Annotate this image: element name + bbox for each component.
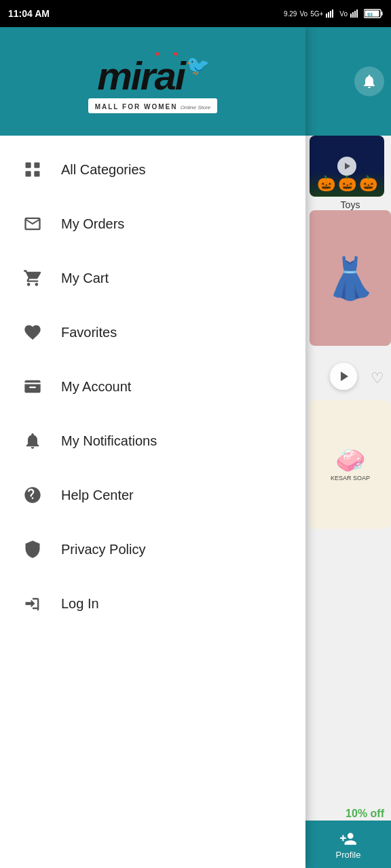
person-add-icon — [339, 830, 357, 848]
status-right: 9.29 Vo 5G+ Vo 93 — [284, 9, 383, 18]
discount-text: 10% off — [346, 808, 384, 820]
svg-rect-3 — [332, 9, 333, 18]
account-icon — [20, 374, 45, 399]
heart-favorite-icon[interactable]: ♡ — [371, 370, 384, 387]
notification-bell-button[interactable] — [354, 66, 384, 96]
svg-rect-9 — [381, 12, 383, 16]
menu-item-my-orders[interactable]: My Orders — [0, 197, 305, 251]
menu-label-favorites: Favorites — [61, 325, 117, 340]
soap-label: KESAR SOAP — [331, 475, 370, 483]
toys-thumbnail: 🎃 🎃 🎃 — [310, 136, 384, 197]
menu-item-help-center[interactable]: Help Center — [0, 468, 305, 522]
bell-outline-icon — [361, 73, 377, 90]
menu-label-log-in: Log In — [61, 596, 99, 612]
logo-wordmark: mirai 🐦 — [97, 56, 208, 96]
profile-nav-label: Profile — [336, 850, 361, 860]
login-icon — [20, 591, 45, 616]
menu-item-my-account[interactable]: My Account — [0, 359, 305, 414]
signal-icon-2 — [350, 9, 361, 18]
logo: ♥ ♥ mirai 🐦 MALL FOR WOMEN Online Store — [88, 50, 218, 113]
play-button-2[interactable] — [330, 363, 357, 390]
drawer-menu: All Categories My Orders My Cart — [0, 136, 305, 868]
status-bar: 11:04 AM 9.29 Vo 5G+ Vo 93 — [0, 0, 391, 27]
svg-text:93: 93 — [367, 12, 373, 17]
right-body: 🎃 🎃 🎃 Toys 👗 ♡ — [305, 136, 391, 868]
menu-label-help-center: Help Center — [61, 488, 134, 503]
svg-rect-13 — [34, 163, 39, 168]
soap-card[interactable]: 🧼 KESAR SOAP — [310, 400, 391, 529]
menu-item-log-in[interactable]: Log In — [0, 576, 305, 631]
svg-rect-15 — [34, 171, 39, 176]
menu-label-privacy-policy: Privacy Policy — [61, 542, 145, 557]
menu-item-privacy-policy[interactable]: Privacy Policy — [0, 522, 305, 576]
logo-subtitle-small: Online Store — [181, 104, 210, 111]
heart-filled-icon — [20, 320, 45, 344]
signal-icon — [326, 9, 337, 18]
menu-item-my-cart[interactable]: My Cart — [0, 251, 305, 305]
grid-icon — [20, 157, 45, 182]
play-button-overlay[interactable] — [337, 157, 356, 176]
menu-item-my-notifications[interactable]: My Notifications — [0, 414, 305, 468]
toys-card[interactable]: 🎃 🎃 🎃 Toys — [310, 136, 391, 210]
svg-rect-5 — [352, 12, 354, 18]
pumpkin-icon: 🎃 — [317, 175, 335, 193]
drawer-header: ♥ ♥ mirai 🐦 MALL FOR WOMEN Online Store — [0, 27, 305, 136]
menu-label-all-categories: All Categories — [61, 162, 146, 178]
play-icon-2 — [337, 370, 350, 382]
menu-item-all-categories[interactable]: All Categories — [0, 142, 305, 197]
bird-icon: 🐦 — [186, 56, 208, 75]
svg-rect-12 — [26, 163, 31, 168]
svg-rect-0 — [326, 14, 327, 18]
help-icon — [20, 483, 45, 507]
status-time: 11:04 AM — [8, 8, 50, 19]
orders-icon — [20, 212, 45, 236]
product-figure-icon: 👗 — [325, 254, 376, 302]
menu-label-my-orders: My Orders — [61, 216, 124, 232]
svg-rect-1 — [328, 12, 329, 18]
soap-icon: 🧼 — [335, 446, 366, 475]
shield-icon — [20, 537, 45, 561]
product-card-dress[interactable]: 👗 — [310, 210, 391, 346]
screen: ♥ ♥ mirai 🐦 MALL FOR WOMEN Online Store — [0, 27, 391, 868]
svg-rect-7 — [356, 9, 358, 18]
svg-rect-4 — [350, 14, 352, 18]
pumpkin-icon-3: 🎃 — [359, 175, 377, 193]
menu-label-my-account: My Account — [61, 379, 131, 395]
logo-subtitle-box: MALL FOR WOMEN Online Store — [88, 98, 218, 113]
bell-icon — [20, 429, 45, 453]
drawer: ♥ ♥ mirai 🐦 MALL FOR WOMEN Online Store — [0, 27, 305, 868]
svg-rect-6 — [354, 11, 356, 18]
pumpkin-icon-2: 🎃 — [338, 175, 356, 193]
cart-icon — [20, 266, 45, 290]
right-content: 🎃 🎃 🎃 Toys 👗 ♡ — [305, 27, 391, 868]
svg-marker-17 — [341, 372, 348, 381]
menu-item-favorites[interactable]: Favorites — [0, 305, 305, 359]
svg-rect-2 — [330, 11, 331, 18]
menu-label-my-notifications: My Notifications — [61, 433, 157, 449]
menu-label-my-cart: My Cart — [61, 271, 109, 286]
play-icon — [343, 162, 351, 170]
battery-icon: 93 — [364, 9, 383, 18]
right-header — [305, 27, 391, 136]
profile-nav-icon — [339, 829, 358, 848]
profile-nav-tab[interactable]: Profile — [305, 821, 391, 868]
svg-marker-16 — [345, 163, 350, 170]
toys-category-label: Toys — [310, 199, 391, 210]
logo-subtitle: MALL FOR WOMEN — [95, 103, 178, 111]
svg-rect-14 — [26, 171, 31, 176]
